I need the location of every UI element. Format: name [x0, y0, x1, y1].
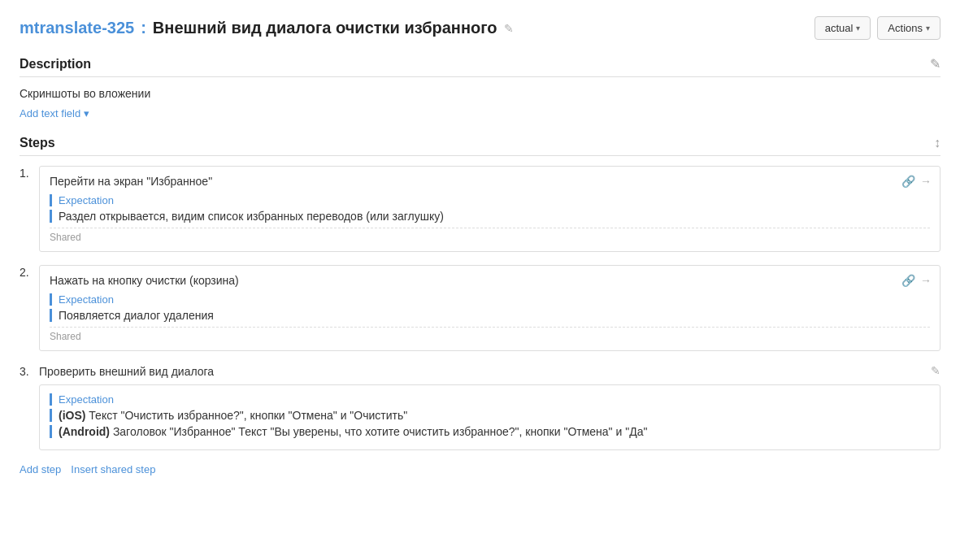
title-edit-icon[interactable]: ✎ — [504, 22, 514, 35]
step-3-expectation-block: Expectation (iOS) Текст "Очистить избран… — [39, 384, 940, 450]
step-1-actions: 🔗 → — [901, 175, 932, 188]
title-area: mtranslate-325 : Внешний вид диалога очи… — [20, 19, 814, 37]
step-1-shared-label: Shared — [50, 228, 930, 243]
actual-chevron-icon: ▾ — [856, 24, 860, 33]
add-field-chevron-icon: ▾ — [84, 107, 89, 119]
step-3-number: 3. — [20, 364, 39, 378]
description-edit-icon[interactable]: ✎ — [930, 56, 940, 72]
step-2-expectation-label: Expectation — [50, 293, 930, 306]
page-title: Внешний вид диалога очистки избранного — [153, 19, 497, 37]
add-step-link[interactable]: Add step — [20, 463, 61, 475]
step-1-content: 🔗 → Перейти на экран "Избранное" Expecta… — [39, 166, 940, 252]
steps-section-header: Steps ↕ — [20, 136, 940, 156]
description-section-header: Description ✎ — [20, 56, 940, 77]
step-2: 2. 🔗 → Нажать на кнопку очистки (корзина… — [20, 265, 940, 351]
step-2-content: 🔗 → Нажать на кнопку очистки (корзина) E… — [39, 265, 940, 351]
actions-chevron-icon: ▾ — [926, 24, 930, 33]
step-3-actions: ✎ — [931, 364, 940, 377]
header-actions: actual ▾ Actions ▾ — [814, 16, 940, 40]
step-1-link-icon[interactable]: 🔗 — [901, 175, 915, 188]
step-2-actions: 🔗 → — [901, 274, 932, 287]
actions-button[interactable]: Actions ▾ — [877, 16, 940, 40]
step-3-content: Проверить внешний вид диалога ✎ Expectat… — [39, 364, 940, 450]
issue-id[interactable]: mtranslate-325 — [20, 19, 134, 37]
step-2-expectation-text: Появляется диалог удаления — [50, 309, 930, 322]
step-1-arrow-icon[interactable]: → — [920, 175, 932, 188]
step-3: 3. Проверить внешний вид диалога ✎ Expec… — [20, 364, 940, 450]
step-2-text: Нажать на кнопку очистки (корзина) — [50, 274, 930, 287]
add-text-field-button[interactable]: Add text field ▾ — [20, 107, 89, 119]
step-2-shared-label: Shared — [50, 327, 930, 342]
step-1-number: 1. — [20, 166, 39, 252]
step-1-text: Перейти на экран "Избранное" — [50, 175, 930, 188]
steps-section: Steps ↕ 1. 🔗 → Перейти на экран "Избранн… — [20, 136, 940, 475]
step-3-expectation-label: Expectation — [50, 393, 930, 406]
step-1-expectation-label: Expectation — [50, 194, 930, 206]
step-2-link-icon[interactable]: 🔗 — [901, 274, 915, 287]
step-3-text: Проверить внешний вид диалога — [39, 364, 940, 378]
description-text: Скриншоты во вложении — [20, 87, 940, 100]
step-2-number: 2. — [20, 265, 39, 351]
step-1-expectation-text: Раздел открывается, видим список избранн… — [50, 210, 930, 223]
step-3-expectation-line2: (Android) Заголовок "Избранное" Текст "В… — [50, 425, 930, 438]
steps-title: Steps — [20, 136, 55, 150]
bottom-links: Add step Insert shared step — [20, 463, 940, 475]
step-3-expectation-line1: (iOS) Текст "Очистить избранное?", кнопк… — [50, 409, 930, 422]
description-title: Description — [20, 57, 91, 72]
page-header: mtranslate-325 : Внешний вид диалога очи… — [20, 16, 940, 40]
step-3-edit-icon[interactable]: ✎ — [931, 364, 940, 377]
step-2-arrow-icon[interactable]: → — [920, 274, 932, 287]
description-section: Description ✎ Скриншоты во вложении Add … — [20, 56, 940, 119]
actual-button[interactable]: actual ▾ — [814, 16, 871, 40]
title-separator: : — [141, 19, 146, 37]
step-1: 1. 🔗 → Перейти на экран "Избранное" Expe… — [20, 166, 940, 252]
insert-shared-step-link[interactable]: Insert shared step — [71, 463, 155, 475]
steps-sort-icon[interactable]: ↕ — [934, 136, 940, 150]
